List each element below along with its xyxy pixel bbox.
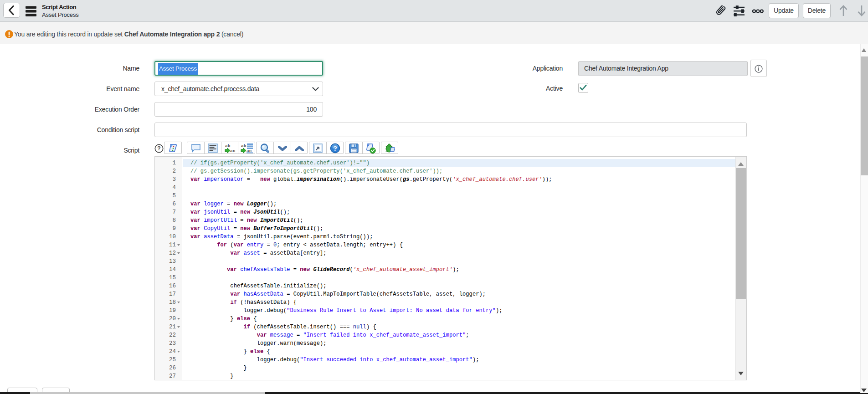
svg-text:ac: ac — [230, 148, 236, 154]
svg-text:?: ? — [333, 145, 337, 152]
svg-text:?: ? — [157, 145, 160, 152]
svg-text:ab: ab — [225, 143, 231, 148]
svg-text:ab: ab — [241, 143, 247, 148]
